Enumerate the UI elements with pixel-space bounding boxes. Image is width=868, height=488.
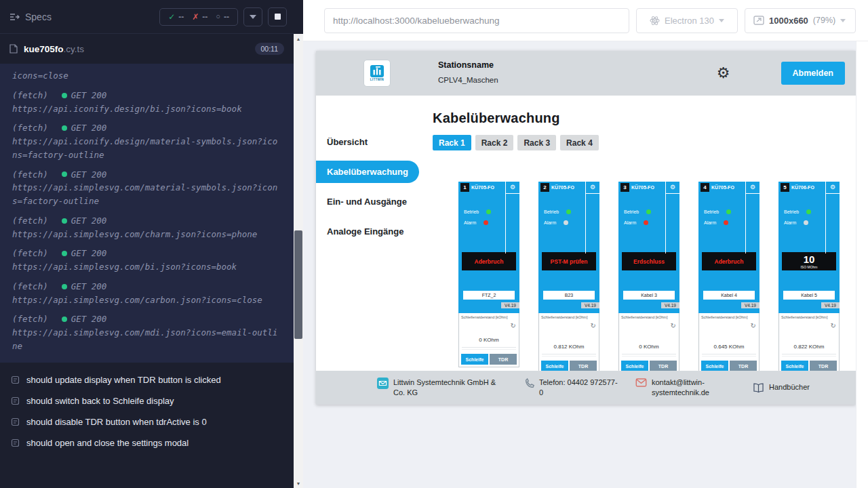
fetch-prefix: (fetch) — [12, 247, 48, 260]
cable-name-field[interactable]: B23 — [543, 291, 595, 300]
firmware-version: V4.19 — [821, 302, 840, 308]
cable-name-field[interactable]: Kabel 5 — [783, 291, 835, 300]
device-model: KÜ705-FO — [631, 185, 654, 190]
tdr-button[interactable]: TDR — [490, 354, 517, 365]
schleife-button[interactable]: Schleife — [701, 361, 728, 371]
tdr-button[interactable]: TDR — [730, 361, 757, 371]
test-doc-icon — [11, 396, 20, 405]
network-log-entry: (fetch)GET 200https://api.simplesvg.com/… — [12, 214, 281, 241]
card-divider — [585, 182, 586, 253]
footer-item-mail-outline[interactable]: kontakt@littwin-systemtechnik.de — [635, 378, 736, 398]
window-scrollbar[interactable] — [856, 41, 868, 488]
collapse-button[interactable] — [243, 7, 262, 26]
scrollbar-thumb[interactable] — [294, 230, 302, 339]
schleife-button[interactable]: Schleife — [541, 361, 568, 371]
log-status: GET 200 — [71, 312, 107, 326]
cable-name-field[interactable]: Kabel 4 — [703, 291, 755, 300]
spec-header: kue705fo.cy.ts 00:11 — [0, 34, 294, 64]
betrieb-label: Betrieb — [624, 209, 639, 214]
test-item[interactable]: should open and close the settings modal — [0, 432, 294, 453]
refresh-icon[interactable]: ↻ — [671, 323, 676, 329]
divider — [542, 356, 596, 357]
alarm-label: Alarm — [784, 220, 796, 225]
device-card-5: 5 KÜ706-FO ⚙ Betrieb Alarm 10ISO MOhm Ka… — [778, 182, 840, 371]
test-item[interactable]: should update display when TDR button is… — [0, 369, 294, 390]
tab-rack-4[interactable]: Rack 4 — [560, 135, 599, 150]
specs-menu[interactable]: Specs — [9, 12, 52, 22]
device-settings-gear-icon[interactable]: ⚙ — [510, 184, 517, 190]
schleife-button[interactable]: Schleife — [461, 354, 488, 365]
device-number: 4 — [701, 183, 709, 192]
nav-item-ein-und-ausgaenge[interactable]: Ein- und Ausgänge — [316, 186, 422, 216]
divider — [462, 347, 516, 348]
test-item[interactable]: should switch back to Schleife display — [0, 390, 294, 411]
nav-item-analoge-eingaenge[interactable]: Analoge Eingänge — [316, 216, 422, 246]
device-card-4: 4 KÜ705-FO ⚙ Betrieb Alarm Aderbruch Kab… — [698, 182, 760, 371]
settings-gear-icon[interactable]: ⚙ — [717, 66, 730, 81]
device-settings-gear-icon[interactable]: ⚙ — [590, 184, 597, 190]
check-icon: ✓ — [168, 13, 175, 21]
scroll-down-icon[interactable]: ▼ — [294, 479, 303, 488]
log-status: GET 200 — [71, 168, 107, 182]
tab-rack-2[interactable]: Rack 2 — [475, 135, 514, 150]
nav-item-kabelueberwachung[interactable]: Kabelüberwachung — [316, 161, 419, 183]
cable-name-field[interactable]: Kabel 3 — [623, 291, 675, 300]
divider — [782, 356, 836, 357]
scroll-up-icon[interactable]: ▲ — [294, 34, 303, 43]
refresh-icon[interactable]: ↻ — [591, 323, 596, 329]
log-status: GET 200 — [71, 121, 107, 135]
device-card-2: 2 KÜ705-FO ⚙ Betrieb Alarm PST-M prüfen … — [538, 182, 599, 371]
device-settings-gear-icon[interactable]: ⚙ — [670, 184, 677, 190]
logout-button[interactable]: Abmelden — [781, 62, 845, 85]
card-top: 3 KÜ705-FO ⚙ Betrieb Alarm Erdschluss Ka… — [618, 182, 679, 313]
footer-text: Littwin Systemtechnik GmbH & Co. KG — [393, 378, 507, 398]
refresh-icon[interactable]: ↻ — [751, 323, 756, 329]
reporter-scrollbar[interactable]: ▲ ▼ — [294, 34, 303, 488]
footer-item-mail[interactable]: Littwin Systemtechnik GmbH & Co. KG — [377, 378, 507, 398]
test-item[interactable]: should disable TDR button when tdrActive… — [0, 411, 294, 432]
cable-name-field[interactable]: FTZ_2 — [463, 291, 515, 300]
test-list: should update display when TDR button is… — [0, 363, 294, 460]
tdr-button[interactable]: TDR — [570, 361, 597, 371]
spec-name[interactable]: kue705fo.cy.ts — [24, 44, 84, 54]
browser-select[interactable]: Electron 130 — [636, 8, 738, 33]
station-value: CPLV4_Maschen — [438, 76, 498, 84]
network-log-entry: (fetch)GET 200https://api.iconify.design… — [12, 121, 281, 161]
chevron-down-icon — [840, 19, 846, 25]
schleife-button[interactable]: Schleife — [621, 361, 648, 371]
success-dot-icon — [62, 125, 67, 131]
viewport-select[interactable]: 1000x660 (79%) — [745, 8, 856, 33]
footer-item-phone[interactable]: Telefon: 04402 972577-0 — [524, 378, 619, 398]
spec-name-base: kue705fo — [24, 44, 64, 54]
nav-item-uebersicht[interactable]: Übersicht — [316, 127, 422, 157]
tdr-button[interactable]: TDR — [650, 361, 677, 371]
stop-button[interactable] — [268, 7, 287, 26]
firmware-version: V4.19 — [741, 302, 760, 308]
success-dot-icon — [62, 284, 67, 289]
book-icon — [753, 382, 764, 393]
app-header: LITTWIN Stationsname CPLV4_Maschen ⚙ Abm… — [316, 51, 856, 96]
tab-rack-1[interactable]: Rack 1 — [433, 135, 471, 150]
stat-x: ✗-- — [192, 12, 208, 22]
device-model: KÜ705-FO — [711, 185, 734, 190]
cypress-reporter: Specs ✓--✗--○-- kue705fo.cy.ts 00:11 ico… — [0, 0, 303, 488]
tab-rack-3[interactable]: Rack 3 — [517, 135, 556, 150]
schleife-button[interactable]: Schleife — [781, 361, 808, 371]
device-number: 1 — [460, 183, 469, 192]
divider — [542, 354, 596, 354]
log-url: https://api.iconify.design/material-symb… — [12, 135, 281, 162]
refresh-icon[interactable]: ↻ — [831, 323, 836, 329]
status-display: 10ISO MOhm — [782, 252, 836, 270]
test-doc-icon — [11, 418, 20, 426]
footer-text: Telefon: 04402 972577-0 — [539, 378, 619, 398]
refresh-icon[interactable]: ↻ — [511, 323, 516, 329]
device-settings-gear-icon[interactable]: ⚙ — [830, 184, 837, 190]
url-input[interactable] — [324, 8, 629, 33]
resistance-reading: 0.645 KOhm — [701, 344, 757, 350]
success-dot-icon — [62, 93, 67, 98]
footer-item-book[interactable]: Handbücher — [753, 382, 810, 393]
footer-text: kontakt@littwin-systemtechnik.de — [652, 378, 736, 398]
tdr-button[interactable]: TDR — [810, 361, 837, 371]
betrieb-led — [806, 209, 811, 214]
device-settings-gear-icon[interactable]: ⚙ — [750, 184, 757, 190]
